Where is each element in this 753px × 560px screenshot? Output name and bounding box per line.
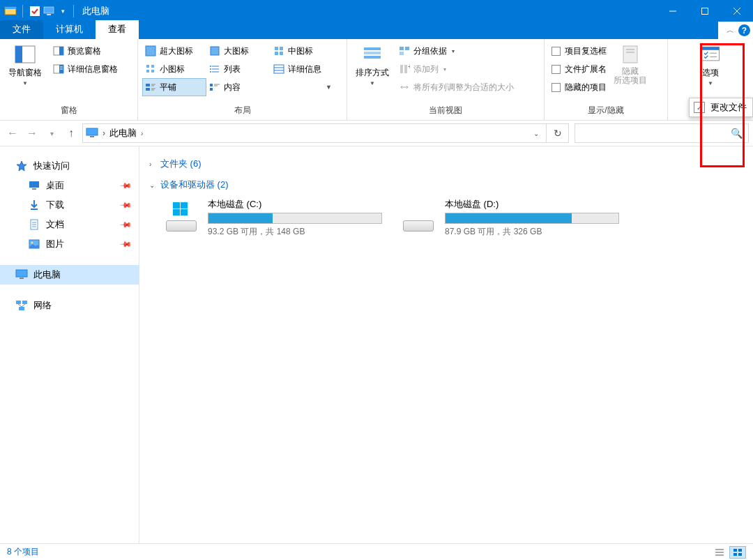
hidden-items-toggle[interactable]: 隐藏的项目: [549, 78, 609, 96]
nav-pictures[interactable]: 图片 📌: [0, 234, 139, 254]
drive-usage-bar: [208, 213, 382, 224]
close-button[interactable]: [721, 0, 753, 22]
svg-rect-59: [702, 47, 720, 50]
nav-quick-access[interactable]: 快速访问: [0, 156, 139, 176]
svg-rect-46: [364, 47, 381, 50]
svg-rect-90: [733, 553, 737, 556]
group-by-button[interactable]: 分组依据▾: [396, 42, 517, 60]
file-extensions-toggle[interactable]: 文件扩展名: [549, 60, 609, 78]
pictures-icon: [28, 238, 40, 250]
checkbox-icon: [552, 65, 561, 74]
svg-rect-47: [364, 52, 381, 54]
medium-icon: [273, 45, 284, 56]
details-pane-button[interactable]: 详细信息窗格: [50, 60, 121, 78]
collapse-ribbon-button[interactable]: ︿: [727, 25, 734, 36]
current-view-group-label: 当前视图: [351, 105, 540, 119]
svg-rect-55: [623, 46, 637, 63]
navigation-pane-button[interactable]: 导航窗格 ▼: [4, 42, 46, 105]
details-view-button[interactable]: [711, 546, 728, 559]
breadcrumb-this-pc[interactable]: 此电脑: [109, 127, 137, 139]
nav-pane-label: 导航窗格: [8, 67, 42, 79]
qat-thispc-icon[interactable]: [43, 5, 55, 17]
star-icon: [15, 160, 28, 172]
options-icon: [699, 43, 722, 66]
search-box[interactable]: 🔍: [575, 123, 749, 143]
layout-details[interactable]: 详细信息: [271, 60, 335, 78]
quick-access-toolbar: ▾: [0, 5, 69, 17]
svg-rect-65: [29, 181, 39, 188]
nav-this-pc[interactable]: 此电脑: [0, 265, 139, 285]
nav-network[interactable]: 网络: [0, 296, 139, 315]
group-folders[interactable]: › 文件夹 (6): [149, 153, 743, 174]
qat-checkbox-icon[interactable]: [29, 5, 41, 17]
tab-view[interactable]: 查看: [96, 20, 139, 39]
group-devices[interactable]: ⌄ 设备和驱动器 (2): [149, 174, 743, 195]
nav-downloads[interactable]: 下载 📌: [0, 195, 139, 215]
downloads-icon: [28, 199, 40, 211]
drive-item[interactable]: 本地磁盘 (D:) 87.9 GB 可用，共 326 GB: [403, 198, 619, 238]
preview-pane-button[interactable]: 预览窗格: [50, 42, 121, 60]
desktop-icon: [28, 179, 40, 192]
group-icon: [399, 45, 410, 56]
show-hide-group-label: 显示/隐藏: [549, 105, 663, 119]
svg-rect-50: [405, 47, 409, 50]
add-columns-button: +添加列▾: [396, 60, 517, 78]
svg-rect-33: [274, 65, 284, 73]
svg-rect-91: [738, 553, 742, 556]
options-dropdown-item[interactable]: ✓ 更改文件: [689, 98, 753, 117]
explorer-icon: [4, 5, 17, 17]
drive-name: 本地磁盘 (C:): [208, 198, 382, 211]
layout-small[interactable]: 小图标: [142, 60, 206, 78]
layout-extra-large[interactable]: 超大图标: [142, 42, 206, 60]
drive-usage-bar: [445, 213, 619, 224]
svg-rect-76: [16, 301, 21, 304]
search-icon: 🔍: [731, 128, 743, 139]
navigation-pane: 快速访问 桌面 📌 下载 📌 文档 📌 图片 📌 此电脑: [0, 146, 139, 543]
layout-large[interactable]: 大图标: [206, 42, 271, 60]
tab-file[interactable]: 文件: [0, 20, 43, 39]
this-pc-icon: [15, 268, 28, 281]
layout-content[interactable]: 内容: [206, 78, 271, 96]
nav-documents[interactable]: 文档 📌: [0, 215, 139, 234]
svg-rect-53: [404, 65, 407, 73]
svg-rect-12: [59, 47, 63, 55]
svg-rect-43: [210, 88, 213, 91]
layout-medium[interactable]: 中图标: [271, 42, 335, 60]
recent-locations-button[interactable]: ▾: [43, 125, 60, 142]
minimize-button[interactable]: [657, 0, 689, 22]
back-button[interactable]: ←: [4, 125, 21, 142]
qat-dropdown-icon[interactable]: ▾: [56, 5, 69, 17]
main-area: 快速访问 桌面 📌 下载 📌 文档 📌 图片 📌 此电脑: [0, 146, 753, 543]
drive-item[interactable]: 本地磁盘 (C:) 93.2 GB 可用，共 148 GB: [166, 198, 382, 238]
search-input[interactable]: [581, 128, 731, 139]
nav-desktop[interactable]: 桌面 📌: [0, 176, 139, 195]
svg-point-73: [31, 242, 33, 244]
svg-rect-75: [20, 278, 24, 279]
address-dropdown-icon[interactable]: ⌄: [529, 130, 543, 137]
svg-rect-62: [86, 128, 98, 135]
size-columns-icon: [399, 82, 410, 93]
svg-rect-20: [280, 47, 283, 50]
svg-rect-83: [173, 209, 180, 215]
network-icon: [15, 299, 28, 312]
layout-tiles[interactable]: 平铺: [142, 78, 206, 96]
layout-more-icon[interactable]: ▼: [326, 84, 332, 91]
layout-list[interactable]: 列表: [206, 60, 271, 78]
drive-icon: [166, 198, 199, 232]
tab-computer[interactable]: 计算机: [43, 20, 96, 39]
svg-rect-6: [702, 8, 708, 14]
address-bar[interactable]: › 此电脑 › ⌄: [82, 123, 547, 143]
maximize-button[interactable]: [689, 0, 721, 22]
forward-button[interactable]: →: [24, 125, 40, 142]
svg-rect-25: [146, 70, 149, 73]
chevron-down-icon: ⌄: [149, 181, 158, 189]
refresh-button[interactable]: ↻: [547, 123, 569, 143]
help-button[interactable]: ?: [738, 24, 750, 36]
up-button[interactable]: ↑: [63, 125, 79, 142]
svg-rect-21: [275, 52, 278, 55]
sort-by-button[interactable]: 排序方式 ▼: [351, 42, 393, 105]
layout-group-label: 布局: [142, 105, 342, 119]
svg-rect-23: [146, 65, 149, 68]
large-icons-view-button[interactable]: [729, 546, 746, 559]
item-checkboxes-toggle[interactable]: 项目复选框: [549, 42, 609, 60]
